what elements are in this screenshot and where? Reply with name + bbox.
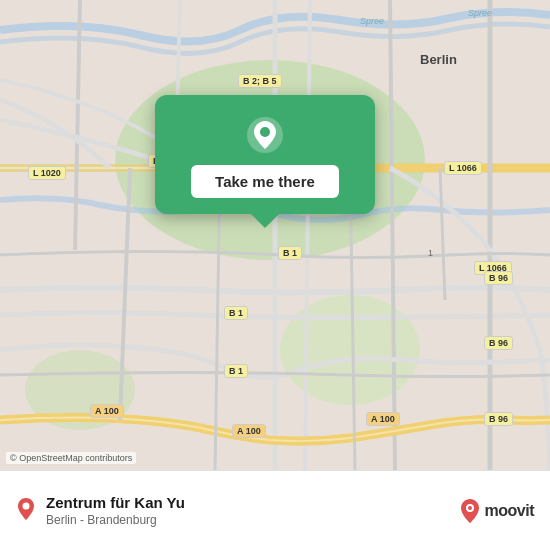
city-label-spree1: Spree — [360, 16, 384, 26]
road-label-b2b5: B 2; B 5 — [238, 74, 282, 88]
road-label-b1-2: B 1 — [224, 306, 248, 320]
svg-point-1 — [280, 295, 420, 405]
svg-point-5 — [23, 502, 30, 509]
road-label-a100-2: A 100 — [232, 424, 266, 438]
road-label-a100-1: A 100 — [90, 404, 124, 418]
map-attribution: © OpenStreetMap contributors — [6, 452, 136, 464]
take-me-there-button[interactable]: Take me there — [191, 165, 339, 198]
popup-card: Take me there — [155, 95, 375, 214]
moovit-logo: moovit — [459, 498, 534, 524]
small-label-1: 1 — [428, 248, 433, 258]
road-label-b96-2: B 96 — [484, 336, 513, 350]
map-container: Tiergarten Berlin Spree Spree B 2; B 5 B… — [0, 0, 550, 470]
location-pin-icon — [245, 115, 285, 155]
moovit-label: moovit — [485, 502, 534, 520]
bottom-text: Zentrum für Kan Yu Berlin - Brandenburg — [46, 494, 185, 527]
bottom-bar: Zentrum für Kan Yu Berlin - Brandenburg … — [0, 470, 550, 550]
svg-point-7 — [468, 506, 472, 510]
road-label-a100-3: A 100 — [366, 412, 400, 426]
bottom-pin-icon — [16, 497, 36, 521]
road-label-l1020-1: L 1020 — [28, 166, 66, 180]
road-label-b1-1: B 1 — [278, 246, 302, 260]
city-label-spree2: Spree — [468, 8, 492, 18]
location-icon-wrap — [16, 497, 36, 525]
road-label-b1-3: B 1 — [224, 364, 248, 378]
road-label-l1066-1: L 1066 — [444, 161, 482, 175]
road-label-b96-1: B 96 — [484, 271, 513, 285]
map-roads-svg — [0, 0, 550, 470]
city-label-berlin: Berlin — [420, 52, 457, 67]
location-sub: Berlin - Brandenburg — [46, 513, 185, 527]
moovit-pin-icon — [459, 498, 481, 524]
location-name: Zentrum für Kan Yu — [46, 494, 185, 511]
road-label-b96-3: B 96 — [484, 412, 513, 426]
svg-point-4 — [260, 127, 270, 137]
